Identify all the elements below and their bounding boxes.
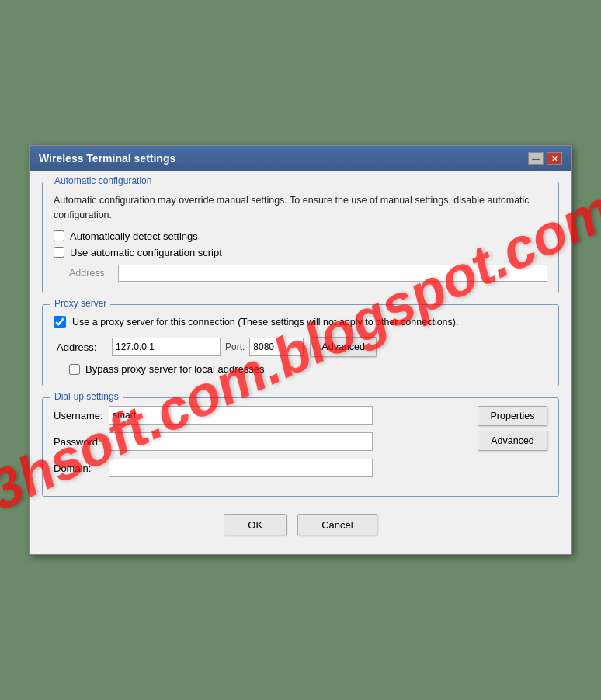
domain-input[interactable] [109,459,373,477]
proxy-address-row: Address: Port: Advanced [57,337,547,357]
auto-config-content: Automatic configuration may override man… [54,193,547,282]
auto-detect-row: Automatically detect settings [54,230,547,242]
address-row: Address [69,265,547,282]
proxy-server-section: Proxy server Use a proxy server for this… [42,304,559,387]
proxy-advanced-button[interactable]: Advanced [310,337,377,357]
auto-config-description: Automatic configuration may override man… [54,193,547,223]
use-proxy-row: Use a proxy server for this connection (… [54,316,547,330]
use-proxy-label: Use a proxy server for this connection (… [72,316,458,330]
title-bar-controls: — ✕ [528,152,562,165]
username-row: Username: [54,406,470,425]
bottom-buttons: OK Cancel [42,508,559,543]
dialup-section: Dial-up settings Username: Password: Dom… [42,397,559,497]
bypass-checkbox[interactable] [69,364,80,375]
auto-config-legend: Automatic configuration [50,175,155,186]
ok-button[interactable]: OK [224,514,287,535]
proxy-server-content: Use a proxy server for this connection (… [54,316,547,376]
dialup-fields: Username: Password: Domain: [54,406,470,485]
dialup-content: Username: Password: Domain: [54,406,547,485]
use-proxy-checkbox[interactable] [54,316,66,328]
cancel-button[interactable]: Cancel [297,514,377,535]
title-bar: Wireless Terminal settings — ✕ [30,146,571,171]
domain-label: Domain: [54,463,104,474]
username-input[interactable] [109,406,373,425]
username-label: Username: [54,410,104,421]
close-button[interactable]: ✕ [547,152,562,165]
dialog-body: Automatic configuration Automatic config… [30,171,571,554]
dialog-title: Wireless Terminal settings [39,152,175,165]
bypass-row: Bypass proxy server for local addresses [69,363,547,375]
properties-button[interactable]: Properties [478,406,547,426]
address-input[interactable] [118,265,547,282]
use-script-row: Use automatic configuration script [54,247,547,258]
use-script-checkbox[interactable] [54,247,64,258]
port-input[interactable] [249,338,304,356]
domain-row: Domain: [54,459,470,477]
proxy-ip-input[interactable] [112,338,221,356]
password-label: Password: [54,436,104,448]
password-row: Password: [54,432,470,451]
proxy-server-legend: Proxy server [50,298,110,309]
dialup-side-buttons: Properties Advanced [478,406,547,451]
port-label: Port: [225,341,245,352]
auto-detect-label: Automatically detect settings [70,230,198,242]
address-label: Address [69,268,112,279]
bypass-label: Bypass proxy server for local addresses [85,363,264,375]
minimize-button[interactable]: — [528,152,544,165]
dialup-legend: Dial-up settings [50,391,123,402]
use-script-label: Use automatic configuration script [70,247,222,258]
auto-detect-checkbox[interactable] [54,230,64,241]
auto-config-section: Automatic configuration Automatic config… [42,182,559,293]
dialup-advanced-button[interactable]: Advanced [478,431,547,451]
proxy-address-label: Address: [57,341,107,353]
password-input[interactable] [109,432,373,451]
